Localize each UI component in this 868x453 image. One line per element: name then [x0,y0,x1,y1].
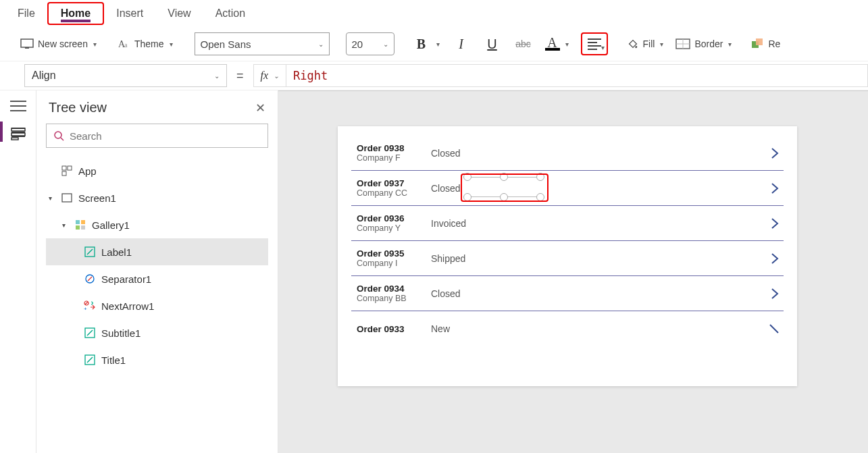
gallery-row[interactable]: Order 0937Company CCClosed [351,171,784,206]
svg-rect-20 [62,194,72,202]
font-family-value: Open Sans [201,38,251,50]
gallery-row[interactable]: Order 0936Company YInvoiced [351,206,784,241]
gallery-row[interactable]: Order 0935Company IShipped [351,241,784,276]
bold-button[interactable]: B▾ [412,36,440,52]
tree-item-nextarrow1[interactable]: + NextArrow1 [46,292,268,319]
bold-icon: B [412,36,431,52]
tree-search[interactable] [46,124,268,148]
property-value: Align [32,70,56,82]
order-status: Closed [431,288,770,299]
svg-rect-18 [68,166,72,170]
chevron-down-icon: ▾ [170,41,173,48]
tree-item-label: App [78,165,97,177]
selection-handles[interactable] [463,177,544,197]
formula-value: Right [293,69,328,82]
theme-icon: Aa [118,38,130,49]
italic-button[interactable]: I [452,36,471,52]
reorder-icon [750,37,764,51]
next-arrow-icon[interactable] [770,217,780,230]
tree-view-rail-button[interactable] [10,126,26,138]
fx-label: fx [261,70,269,82]
tree-item-label: NextArrow1 [101,300,154,312]
screen-icon [61,193,73,203]
tree-list: App ▾ Screen1 ▾ Gallery1 Label1 [46,157,268,373]
reorder-label: Re [768,38,780,49]
tree-item-subtitle1[interactable]: Subtitle1 [46,319,268,346]
property-select[interactable]: Align ⌄ [24,64,227,87]
underline-button[interactable]: U [483,36,502,52]
font-size-value: 20 [352,38,363,50]
svg-rect-0 [21,39,33,47]
svg-rect-22 [81,220,85,224]
svg-rect-1 [25,47,29,49]
text-align-button[interactable]: ▾ [581,32,608,55]
chevron-down-icon: ▾ [436,41,440,48]
chevron-down-icon: ▾ [660,41,663,48]
app-icon [61,165,73,176]
next-arrow-icon[interactable] [770,252,780,265]
label-icon [84,354,96,365]
tree-item-label1[interactable]: Label1 [46,238,268,265]
gallery-row[interactable]: Order 0934Company BBClosed [351,276,784,311]
new-screen-button[interactable]: New screen ▾ [20,38,97,49]
font-color-button[interactable]: A ▾ [545,37,569,51]
tree-item-separator1[interactable]: Separator1 [46,265,268,292]
next-arrow-icon[interactable] [769,323,780,334]
chevron-down-icon: ⌄ [214,72,220,80]
fill-label: Fill [643,38,655,49]
svg-rect-21 [76,220,80,224]
tree-search-input[interactable] [70,130,261,142]
hamburger-button[interactable] [10,100,26,112]
order-title: Order 0935 [357,248,431,259]
next-arrow-icon[interactable] [770,182,780,195]
svg-point-15 [55,132,61,138]
next-arrow-icon[interactable] [770,287,780,300]
ribbon-tabs: File Home Insert View Action [0,0,868,27]
workspace: Tree view ✕ App ▾ Screen1 [0,90,868,453]
theme-button[interactable]: Aa Theme ▾ [118,38,173,49]
font-color-icon: A [545,37,560,51]
tab-insert[interactable]: Insert [104,3,155,24]
tab-action[interactable]: Action [203,3,257,24]
tree-item-gallery1[interactable]: ▾ Gallery1 [46,211,268,238]
tab-file[interactable]: File [5,3,47,24]
next-arrow-icon[interactable] [770,146,780,160]
formula-bar: Align ⌄ = fx ⌄ Right [0,61,868,90]
tree-item-app[interactable]: App [46,157,268,184]
theme-label: Theme [134,38,164,49]
fill-icon [627,38,639,50]
gallery-row[interactable]: Order 0938Company FClosed [351,136,784,171]
font-family-select[interactable]: Open Sans ⌄ [195,32,330,55]
reorder-button[interactable]: Re [750,37,780,51]
strikethrough-button[interactable]: abc [514,38,533,49]
close-panel-button[interactable]: ✕ [255,101,265,115]
border-button[interactable]: Border ▾ [675,38,732,49]
order-status: Closed [431,148,770,159]
gallery-row[interactable]: Order 0933New [351,311,784,346]
canvas[interactable]: Order 0938Company FClosedOrder 0937Compa… [278,90,868,453]
label-icon [84,327,96,338]
tree-item-label: Screen1 [78,192,116,204]
tab-home[interactable]: Home [47,2,104,25]
svg-rect-24 [81,225,85,230]
align-icon [588,38,601,50]
font-size-select[interactable]: 20 ⌄ [346,32,394,55]
caret-icon: ▾ [62,221,69,229]
fx-button[interactable]: fx ⌄ [253,64,287,87]
chevron-down-icon: ▾ [601,44,605,51]
tree-item-title1[interactable]: Title1 [46,346,268,373]
svg-text:+: + [84,306,87,311]
app-screen-preview[interactable]: Order 0938Company FClosedOrder 0937Compa… [338,126,797,386]
tree-item-screen1[interactable]: ▾ Screen1 [46,184,268,211]
svg-rect-23 [76,225,80,230]
order-company: Company BB [357,294,431,303]
order-status: Invoiced [431,218,770,229]
formula-input[interactable]: Right [286,64,868,87]
svg-rect-17 [62,166,66,170]
tab-view[interactable]: View [155,3,203,24]
fill-button[interactable]: Fill ▾ [627,38,664,50]
tree-item-label: Title1 [101,354,126,366]
svg-line-16 [61,138,63,140]
chevron-down-icon: ⌄ [383,41,388,48]
tree-view-title: Tree view [49,100,107,115]
